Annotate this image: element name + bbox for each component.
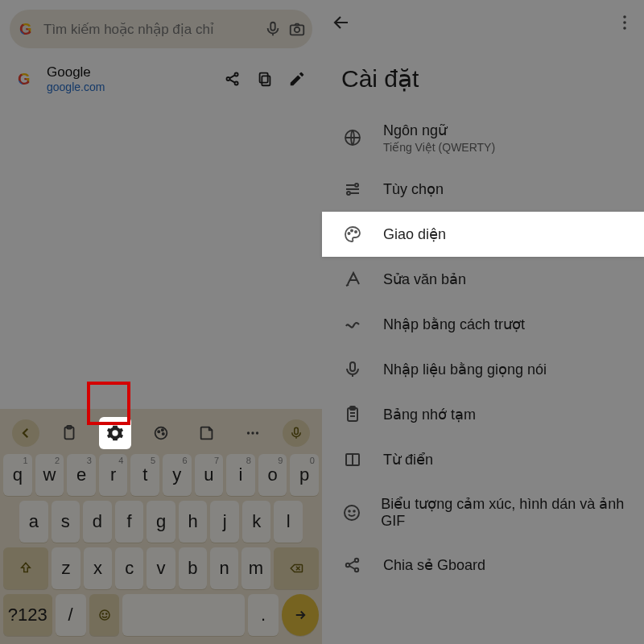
key-.[interactable]: . (248, 594, 279, 636)
suggestion-row[interactable]: G Google google.com (10, 60, 312, 105)
settings-item-icon (341, 503, 361, 522)
settings-item-2[interactable]: Giao diện (322, 212, 644, 257)
key-d[interactable]: d (83, 501, 112, 543)
svg-point-35 (349, 510, 350, 512)
key-c[interactable]: c (115, 547, 143, 589)
settings-item-icon (341, 128, 364, 147)
settings-item-label: Biểu tượng cảm xúc, hình dán và ảnh GIF (381, 495, 625, 530)
key-o[interactable]: o9 (258, 454, 287, 496)
key-q[interactable]: q1 (3, 454, 32, 496)
keyboard-collapse-icon[interactable] (12, 419, 39, 447)
key-v[interactable]: v (147, 547, 175, 589)
settings-item-9[interactable]: Chia sẻ Gboard (322, 543, 644, 588)
svg-point-26 (347, 192, 350, 195)
key-t[interactable]: t5 (130, 454, 159, 496)
more-icon[interactable] (237, 417, 269, 449)
space-key[interactable] (122, 594, 245, 636)
settings-item-7[interactable]: Từ điển (322, 437, 644, 482)
key-m[interactable]: m (242, 547, 270, 589)
key-r[interactable]: r4 (99, 454, 128, 496)
settings-item-label: Từ điển (383, 451, 433, 469)
key-u[interactable]: u7 (195, 454, 224, 496)
key-a[interactable]: a (19, 501, 48, 543)
svg-point-3 (226, 77, 229, 80)
key-p[interactable]: p0 (290, 454, 319, 496)
keyboard-toolbar (0, 414, 322, 454)
voice-input-icon[interactable] (283, 419, 310, 447)
key-x[interactable]: x (84, 547, 112, 589)
settings-item-5[interactable]: Nhập liệu bằng giọng nói (322, 347, 644, 392)
settings-item-label: Bảng nhớ tạm (383, 406, 476, 423)
backspace-key[interactable] (274, 547, 319, 589)
shift-key[interactable] (3, 547, 48, 589)
settings-item-icon (341, 225, 364, 244)
emoji-key[interactable] (89, 594, 120, 636)
back-icon[interactable] (332, 13, 351, 32)
svg-point-34 (345, 506, 359, 520)
svg-point-21 (623, 15, 626, 19)
svg-point-12 (162, 429, 163, 431)
settings-item-6[interactable]: Bảng nhớ tạm (322, 392, 644, 437)
search-input[interactable]: Tìm kiếm hoặc nhập địa chỉ (43, 21, 258, 38)
settings-item-3[interactable]: Sửa văn bản (322, 257, 644, 302)
suggestion-title: Google (47, 64, 105, 80)
enter-key[interactable] (282, 594, 319, 636)
key-z[interactable]: z (52, 547, 80, 589)
key-f[interactable]: f (115, 501, 144, 543)
svg-point-28 (351, 229, 353, 231)
settings-item-icon (341, 405, 364, 424)
svg-point-16 (256, 431, 258, 434)
settings-item-label: Nhập bằng cách trượt (383, 316, 525, 333)
sticker-icon[interactable] (191, 417, 223, 449)
settings-item-label: Sửa văn bản (383, 270, 466, 288)
settings-list: Ngôn ngữTiếng Việt (QWERTY)Tùy chọnGiao … (322, 109, 644, 588)
svg-point-36 (353, 510, 355, 512)
svg-point-18 (100, 610, 109, 620)
clipboard-icon[interactable] (53, 417, 85, 449)
omnibox[interactable]: G Tìm kiếm hoặc nhập địa chỉ (10, 10, 312, 48)
svg-point-14 (247, 431, 250, 434)
svg-point-27 (348, 233, 349, 234)
theme-icon[interactable] (145, 417, 177, 449)
key-w[interactable]: w2 (35, 454, 64, 496)
key-s[interactable]: s (52, 501, 80, 543)
svg-rect-30 (350, 362, 355, 371)
key-l[interactable]: l (274, 501, 303, 543)
settings-appbar (322, 0, 644, 45)
copy-icon[interactable] (256, 70, 274, 88)
mic-icon[interactable] (264, 20, 282, 38)
settings-item-label: Giao diện (383, 225, 446, 243)
settings-item-0[interactable]: Ngôn ngữTiếng Việt (QWERTY) (322, 109, 644, 167)
settings-item-8[interactable]: Biểu tượng cảm xúc, hình dán và ảnh GIF (322, 482, 644, 543)
camera-icon[interactable] (288, 20, 306, 38)
settings-item-icon (341, 270, 364, 289)
gear-icon[interactable] (99, 417, 131, 449)
svg-point-13 (163, 433, 164, 435)
key-e[interactable]: e3 (67, 454, 96, 496)
key-y[interactable]: y6 (163, 454, 192, 496)
svg-point-25 (355, 184, 358, 187)
settings-item-label: Tùy chọn (383, 180, 444, 198)
key-i[interactable]: i8 (226, 454, 255, 496)
share-icon[interactable] (224, 70, 242, 88)
settings-item-icon (341, 315, 364, 334)
key-b[interactable]: b (179, 547, 207, 589)
key-k[interactable]: k (242, 501, 271, 543)
settings-item-1[interactable]: Tùy chọn (322, 167, 644, 212)
svg-point-19 (102, 613, 103, 614)
key-?123[interactable]: ?123 (3, 594, 52, 636)
overflow-icon[interactable] (615, 13, 634, 32)
settings-item-icon (341, 360, 364, 379)
key-h[interactable]: h (179, 501, 208, 543)
svg-point-4 (235, 72, 238, 76)
key-n[interactable]: n (210, 547, 238, 589)
settings-item-sub: Tiếng Việt (QWERTY) (383, 141, 495, 154)
svg-point-2 (295, 27, 299, 32)
key-g[interactable]: g (147, 501, 175, 543)
edit-icon[interactable] (288, 70, 306, 88)
settings-item-icon (341, 450, 364, 469)
settings-item-4[interactable]: Nhập bằng cách trượt (322, 302, 644, 347)
key-/[interactable]: / (56, 594, 86, 636)
svg-point-10 (155, 427, 167, 440)
key-j[interactable]: j (210, 501, 239, 543)
